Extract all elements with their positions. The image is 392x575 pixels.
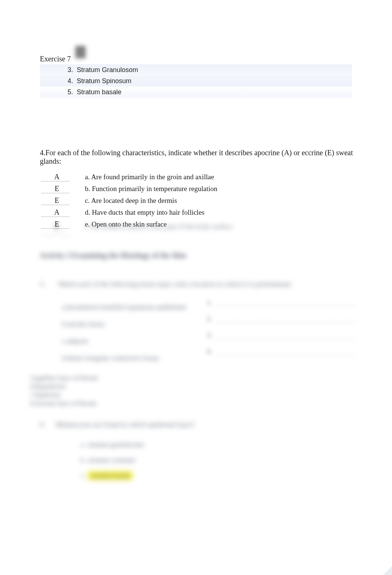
option: a. stratum granulosum: [78, 437, 298, 452]
table-row: E c. Are located deep in the dermis: [40, 193, 372, 205]
option-label: stratum corneum: [88, 456, 135, 464]
answer-line: 6.Hypodermis: [30, 382, 126, 391]
option-label-highlighted: stratum basale: [88, 472, 133, 480]
document-page: Exercise 7 3. Stratum Granulosom 4. Stra…: [0, 0, 392, 575]
answer-cell: A: [40, 208, 74, 217]
answer-blanks-blurred: 1. 2. 3. 4.: [207, 296, 357, 361]
desc-cell: d. Have ducts that empty into hair folli…: [74, 208, 204, 217]
question-number: 6.: [40, 421, 45, 428]
question-prompt: Match each of the following tissue types…: [58, 280, 291, 288]
page-header: Exercise 7: [40, 55, 71, 63]
option-label: stratum granulosum: [88, 440, 144, 449]
list-item: 5. Stratum basale: [40, 86, 352, 98]
question-prompt: Melanocytes are found in which epidermal…: [56, 421, 195, 428]
blank-line: 1.: [207, 296, 357, 312]
ordered-list-strata: 3. Stratum Granulosom 4. Stratum Spinosu…: [40, 64, 352, 98]
answer-line: 8.reticular layer of Dermis: [30, 399, 126, 408]
list-item: 4. Stratum Spinosum: [40, 75, 352, 86]
desc-cell: c. Are located deep in the dermis: [74, 197, 177, 205]
answer-line: 5.papillary layer of Dermis: [30, 374, 126, 382]
desc-cell: a. Are found primarily in the groin and …: [74, 173, 214, 181]
page-corner-fold-icon: [383, 566, 392, 575]
page-title: Exercise 7: [40, 55, 71, 63]
question-line: 6. Melanocytes are found in which epider…: [40, 421, 298, 429]
table-row: E b. Function primarily in temperature r…: [40, 181, 372, 193]
answer-key-blurred: 5.papillary layer of Dermis 6.Hypodermis…: [30, 374, 126, 408]
question-4: 4.For each of the following characterist…: [40, 149, 372, 228]
list-label: Stratum Granulosom: [77, 66, 138, 74]
desc-cell: b. Function primarily in temperature reg…: [74, 185, 217, 193]
list-marker: 3.: [63, 66, 73, 74]
list-label: Stratum Spinosum: [77, 77, 131, 85]
table-row: A d. Have ducts that empty into hair fol…: [40, 205, 372, 217]
option: b. stratum corneum: [78, 452, 298, 468]
answer-cell: A: [40, 173, 74, 181]
option-marker: c.: [78, 472, 88, 480]
option-list: a. stratum granulosum b. stratum corneum…: [78, 437, 298, 483]
question-6-blurred: 6. Melanocytes are found in which epider…: [40, 421, 298, 483]
list-label: Stratum basale: [77, 88, 121, 96]
list-marker: 4.: [63, 77, 73, 85]
list-marker: 5.: [63, 88, 73, 96]
question-number: 5.: [40, 280, 57, 288]
blank-line: 2.: [207, 312, 357, 328]
answer-cell: E: [40, 184, 74, 193]
header-thumb-blur: [75, 46, 86, 58]
answer-cell: E: [40, 196, 74, 205]
option: c. stratum basale: [78, 468, 298, 483]
option-marker: b.: [78, 456, 88, 464]
answer-line: 7.Epidermis: [30, 391, 126, 399]
question-4-row-f-blurred: E f. Are found in almost every part of t…: [40, 222, 357, 235]
question-4-intro: 4.For each of the following characterist…: [40, 149, 372, 166]
blank-line: 3.: [207, 328, 357, 344]
answer-cell: E: [40, 222, 74, 235]
blank-line: 4.: [207, 344, 357, 361]
section-title-blurred: Activity 3 Examining the Histology of th…: [40, 251, 232, 261]
table-row: A a. Are found primarily in the groin an…: [40, 169, 372, 181]
option-marker: a.: [78, 440, 88, 449]
desc-cell-blurred: f. Are found in almost every part of the…: [74, 222, 232, 235]
list-item: 3. Stratum Granulosom: [40, 64, 352, 75]
